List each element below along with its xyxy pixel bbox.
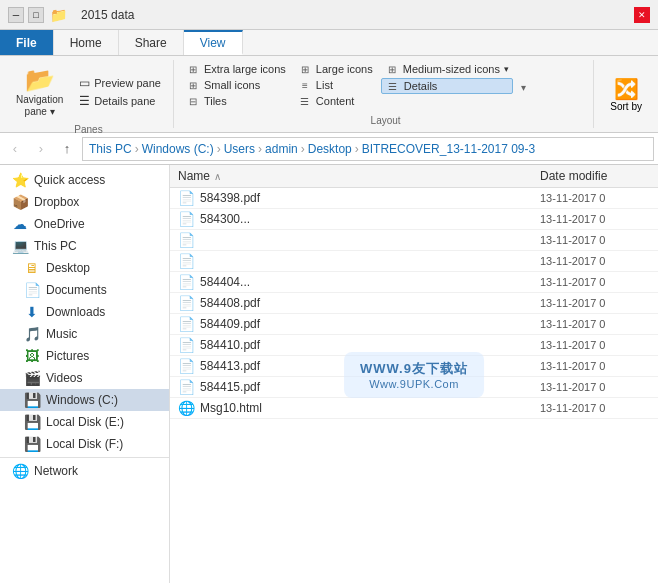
layout-expand-button[interactable]: ▾ [517,62,531,113]
small-icons-icon: ⊞ [186,80,200,91]
sidebar-item-dropbox[interactable]: 📦 Dropbox [0,191,169,213]
expand-icon: ▾ [504,64,509,74]
name-column-header[interactable]: Name ∧ [178,169,540,183]
pdf-icon: 📄 [178,295,194,311]
list-icon: ≡ [298,80,312,91]
main-area: ⭐ Quick access 📦 Dropbox ☁ OneDrive 💻 Th… [0,165,658,583]
file-row[interactable]: 📄 584300... 13-11-2017 0 [170,209,658,230]
file-name-cell: 📄 584413.pdf [178,358,540,374]
html-icon: 🌐 [178,400,194,416]
sidebar-item-thispc[interactable]: 💻 This PC [0,235,169,257]
downloads-icon: ⬇ [24,304,40,320]
address-admin[interactable]: admin [265,142,298,156]
nav-bar: ‹ › ↑ This PC › Windows (C:) › Users › a… [0,133,658,165]
file-name-cell: 📄 [178,232,540,248]
file-row[interactable]: 📄 13-11-2017 0 [170,251,658,272]
address-folder[interactable]: BITRECOVER_13-11-2017 09-3 [362,142,535,156]
file-row[interactable]: 📄 584404... 13-11-2017 0 [170,272,658,293]
preview-pane-button[interactable]: ▭ Preview pane [75,75,165,91]
file-row[interactable]: 📄 584413.pdf 13-11-2017 0 [170,356,658,377]
up-button[interactable]: ↑ [56,138,78,160]
tab-home[interactable]: Home [54,30,119,55]
sidebar-item-windows-c[interactable]: 💾 Windows (C:) [0,389,169,411]
file-row[interactable]: 📄 584415.pdf 13-11-2017 0 [170,377,658,398]
pictures-icon: 🖼 [24,348,40,364]
panes-label: Panes [74,122,102,135]
details-pane-button[interactable]: ☰ Details pane [75,93,159,109]
navigation-pane-button[interactable]: 📂 Navigationpane ▾ [12,62,67,122]
sidebar-item-desktop[interactable]: 🖥 Desktop [0,257,169,279]
ribbon-content: 📂 Navigationpane ▾ ▭ Preview pane ☰ Deta… [0,56,658,132]
layout-col-1: ⊞ Extra large icons ⊞ Small icons ⊟ Tile… [182,62,290,113]
medium-icons-button[interactable]: ⊞ Medium-sized icons ▾ [381,62,513,76]
sidebar-item-downloads[interactable]: ⬇ Downloads [0,301,169,323]
tiles-button[interactable]: ⊟ Tiles [182,94,290,108]
extra-large-icon: ⊞ [186,64,200,75]
file-row[interactable]: 🌐 Msg10.html 13-11-2017 0 [170,398,658,419]
thispc-icon: 💻 [12,238,28,254]
file-name-cell: 📄 [178,253,540,269]
sidebar-item-documents[interactable]: 📄 Documents [0,279,169,301]
file-row[interactable]: 📄 13-11-2017 0 [170,230,658,251]
back-button[interactable]: ‹ [4,138,26,160]
address-users[interactable]: Users [224,142,255,156]
file-row[interactable]: 📄 584398.pdf 13-11-2017 0 [170,188,658,209]
restore-button[interactable]: □ [28,7,44,23]
forward-button[interactable]: › [30,138,52,160]
tab-file[interactable]: File [0,30,54,55]
file-row[interactable]: 📄 584409.pdf 13-11-2017 0 [170,314,658,335]
sidebar-item-network[interactable]: 🌐 Network [0,460,169,482]
large-icons-button[interactable]: ⊞ Large icons [294,62,377,76]
pdf-icon: 📄 [178,211,194,227]
list-button[interactable]: ≡ List [294,78,377,92]
file-name-cell: 📄 584300... [178,211,540,227]
dropbox-icon: 📦 [12,194,28,210]
layout-col-2: ⊞ Large icons ≡ List ☰ Content [294,62,377,113]
details-layout-icon: ☰ [386,81,400,92]
title-bar-icons: ─ □ [8,7,44,23]
tab-share[interactable]: Share [119,30,184,55]
minimize-button[interactable]: ─ [8,7,24,23]
file-row[interactable]: 📄 584408.pdf 13-11-2017 0 [170,293,658,314]
tab-view[interactable]: View [184,30,243,55]
sidebar-item-local-f[interactable]: 💾 Local Disk (F:) [0,433,169,455]
panes-group: ▭ Preview pane ☰ Details pane [75,75,165,109]
sort-arrow: ∧ [214,171,221,182]
address-bar[interactable]: This PC › Windows (C:) › Users › admin ›… [82,137,654,161]
medium-icons-icon: ⊞ [385,64,399,75]
content-button[interactable]: ☰ Content [294,94,377,108]
sidebar-item-music[interactable]: 🎵 Music [0,323,169,345]
network-icon: 🌐 [12,463,28,479]
quick-access-icon: ⭐ [12,172,28,188]
address-desktop[interactable]: Desktop [308,142,352,156]
sidebar-item-quick-access[interactable]: ⭐ Quick access [0,169,169,191]
sidebar-item-videos[interactable]: 🎬 Videos [0,367,169,389]
pdf-icon: 📄 [178,232,194,248]
documents-icon: 📄 [24,282,40,298]
sidebar-item-local-e[interactable]: 💾 Local Disk (E:) [0,411,169,433]
panes-section: 📂 Navigationpane ▾ ▭ Preview pane ☰ Deta… [4,60,174,128]
details-button[interactable]: ☰ Details [381,78,513,94]
sidebar-item-pictures[interactable]: 🖼 Pictures [0,345,169,367]
pdf-icon: 📄 [178,379,194,395]
preview-icon: ▭ [79,76,90,90]
date-column-header[interactable]: Date modifie [540,169,650,183]
ribbon-tabs: File Home Share View [0,30,658,56]
address-drive[interactable]: Windows (C:) [142,142,214,156]
pdf-icon: 📄 [178,274,194,290]
onedrive-icon: ☁ [12,216,28,232]
extra-large-icons-button[interactable]: ⊞ Extra large icons [182,62,290,76]
layout-inner: ⊞ Extra large icons ⊞ Small icons ⊟ Tile… [182,62,589,113]
file-name-cell: 📄 584398.pdf [178,190,540,206]
close-button[interactable]: ✕ [634,7,650,23]
small-icons-button[interactable]: ⊞ Small icons [182,78,290,92]
file-name-cell: 📄 584415.pdf [178,379,540,395]
layout-label: Layout [182,113,589,126]
file-row[interactable]: 📄 584410.pdf 13-11-2017 0 [170,335,658,356]
address-thispc[interactable]: This PC [89,142,132,156]
pdf-icon: 📄 [178,253,194,269]
title-bar: ─ □ 📁 2015 data ✕ [0,0,658,30]
videos-icon: 🎬 [24,370,40,386]
sidebar-item-onedrive[interactable]: ☁ OneDrive [0,213,169,235]
sort-by-button[interactable]: 🔀 Sort by [610,77,642,112]
